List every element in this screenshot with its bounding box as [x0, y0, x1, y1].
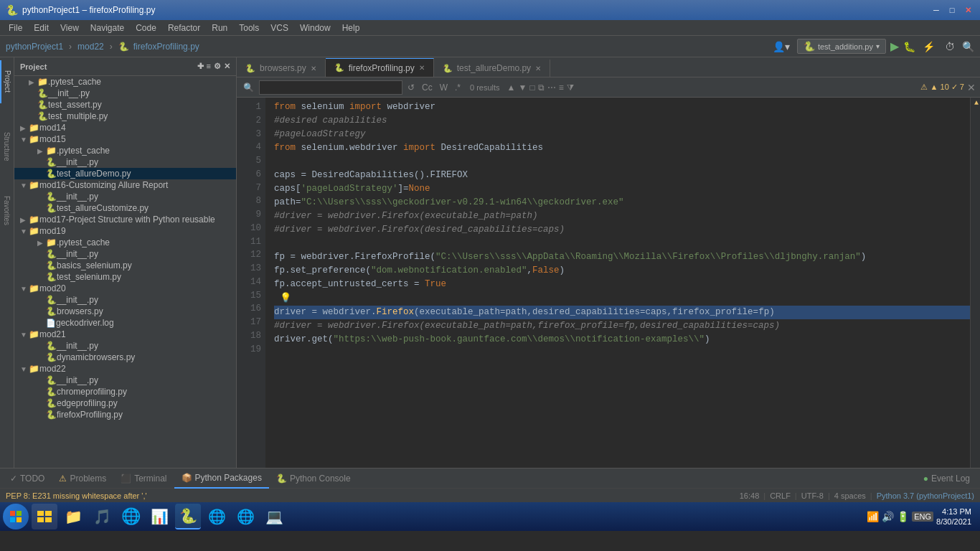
- tree-item-mod15[interactable]: ▼ 📁 mod15: [14, 133, 236, 145]
- tree-item-firefoxprofiling[interactable]: 🐍 firefoxProfiling.py: [14, 409, 236, 420]
- taskbar-explorer[interactable]: [32, 504, 57, 529]
- tray-language[interactable]: ENG: [912, 512, 933, 522]
- search-replace-button[interactable]: ↺: [405, 83, 417, 93]
- menu-help[interactable]: Help: [336, 22, 366, 34]
- debug-button[interactable]: 🐛: [903, 41, 915, 52]
- tree-item-init7[interactable]: 🐍 __init__.py: [14, 375, 236, 386]
- taskbar-chrome[interactable]: 🌐: [118, 504, 143, 529]
- favorites-panel-icon[interactable]: Favorites: [0, 189, 14, 232]
- search-list-button[interactable]: ≡: [559, 83, 564, 93]
- menu-code[interactable]: Code: [130, 22, 162, 34]
- tree-item-init2[interactable]: 🐍 __init__.py: [14, 156, 236, 168]
- tray-battery[interactable]: 🔋: [897, 511, 909, 522]
- tree-item-chromeprofiling[interactable]: 🐍 chromeprofiling.py: [14, 386, 236, 397]
- menu-refactor[interactable]: Refactor: [162, 22, 206, 34]
- tree-settings-icon[interactable]: ⚙: [214, 62, 221, 71]
- tree-item-mod19[interactable]: ▼ 📁 mod19: [14, 225, 236, 237]
- tree-item-mod22[interactable]: ▼ 📁 mod22: [14, 363, 236, 375]
- tree-item-test-assert[interactable]: 🐍 test_assert.py: [14, 99, 236, 110]
- line-ending[interactable]: CRLF: [770, 491, 791, 500]
- tab-browsers-close[interactable]: ✕: [311, 65, 316, 72]
- event-log-tab[interactable]: ● Event Log: [916, 468, 977, 489]
- menu-edit[interactable]: Edit: [28, 22, 55, 34]
- tree-item-init1[interactable]: 🐍 __init__.py: [14, 88, 236, 99]
- tree-item-edgeprofiling[interactable]: 🐍 edgeprofiling.py: [14, 397, 236, 409]
- search-context-button[interactable]: □: [529, 83, 534, 93]
- tab-firefoxprofiling-close[interactable]: ✕: [419, 64, 425, 72]
- maximize-button[interactable]: □: [946, 4, 958, 17]
- taskbar-pycharm[interactable]: 🐍: [175, 504, 201, 529]
- menu-view[interactable]: View: [55, 22, 85, 34]
- global-search-button[interactable]: 🔍: [962, 41, 974, 52]
- tree-item-init6[interactable]: 🐍 __init__.py: [14, 340, 236, 352]
- taskbar-terminal[interactable]: 💻: [261, 504, 287, 529]
- search-close-button[interactable]: ✕: [967, 82, 976, 93]
- tree-item-browsers[interactable]: 🐍 browsers.py: [14, 306, 236, 317]
- tree-item-init5[interactable]: 🐍 __init__.py: [14, 294, 236, 306]
- coverage-button[interactable]: ⚡: [920, 39, 938, 54]
- encoding[interactable]: UTF-8: [801, 491, 824, 500]
- code-content[interactable]: from selenium import webdriver #desired …: [265, 98, 970, 468]
- tree-item-mod17[interactable]: ▶ 📁 mod17-Project Structure with Python …: [14, 214, 236, 225]
- profile-button[interactable]: ⏱: [942, 39, 958, 54]
- python-console-tab[interactable]: 🐍 Python Console: [269, 468, 358, 489]
- taskbar-edge[interactable]: 🌐: [204, 504, 230, 529]
- structure-panel-icon[interactable]: Structure: [0, 125, 14, 168]
- todo-tab[interactable]: ✓ TODO: [3, 468, 52, 489]
- tree-item-pytest-cache2[interactable]: ▶ 📁 .pytest_cache: [14, 145, 236, 156]
- tree-item-basics-selenium[interactable]: 🐍 basics_selenium.py: [14, 260, 236, 271]
- taskbar-folder[interactable]: 📁: [60, 504, 86, 529]
- tree-item-mod21[interactable]: ▼ 📁 mod21: [14, 329, 236, 340]
- tree-item-init4[interactable]: 🐍 __init__.py: [14, 248, 236, 260]
- tree-item-pytest-cache3[interactable]: ▶ 📁 .pytest_cache: [14, 237, 236, 248]
- tree-item-init3[interactable]: 🐍 __init__.py: [14, 191, 236, 202]
- breadcrumb-mod22[interactable]: mod22: [77, 42, 104, 52]
- tree-item-test-allurecustomize[interactable]: 🐍 test_allureCustomize.py: [14, 202, 236, 214]
- tab-test-alluredemo-close[interactable]: ✕: [535, 65, 541, 72]
- python-version[interactable]: Python 3.7 (pythonProject1): [877, 491, 974, 500]
- project-panel-icon[interactable]: Project: [0, 60, 14, 103]
- tree-item-test-multiple[interactable]: 🐍 test_multiple.py: [14, 110, 236, 122]
- tray-network[interactable]: 📶: [867, 511, 879, 522]
- menu-tools[interactable]: Tools: [233, 22, 265, 34]
- search-toggle-button[interactable]: 🔍: [241, 83, 256, 93]
- regex-button[interactable]: .*: [453, 83, 463, 93]
- tree-item-dynamicbrowsers[interactable]: 🐍 dynamicbrowsers.py: [14, 352, 236, 363]
- taskbar-media[interactable]: 🎵: [89, 504, 115, 529]
- terminal-tab[interactable]: ⬛ Terminal: [113, 468, 174, 489]
- minimize-button[interactable]: ─: [930, 4, 943, 17]
- tray-volume[interactable]: 🔊: [882, 511, 894, 522]
- tree-collapse-icon[interactable]: ≡: [207, 62, 211, 71]
- menu-vcs[interactable]: VCS: [265, 22, 294, 34]
- tab-browsers[interactable]: 🐍 browsers.py ✕: [237, 60, 326, 77]
- tree-item-pytest-cache1[interactable]: ▶ 📁 .pytest_cache: [14, 76, 236, 88]
- tree-item-geckodriver-log[interactable]: 📄 geckodriver.log: [14, 317, 236, 329]
- menu-window[interactable]: Window: [294, 22, 336, 34]
- user-icon[interactable]: 👤▾: [770, 39, 793, 54]
- whole-word-button[interactable]: W: [438, 83, 450, 93]
- case-sensitive-button[interactable]: Cc: [420, 83, 435, 93]
- start-button[interactable]: [3, 504, 29, 529]
- tree-item-mod20[interactable]: ▼ 📁 mod20: [14, 283, 236, 294]
- code-editor[interactable]: 1 2 3 4 5 6 7 8 9 10 11 12 13 14 15 16 1…: [237, 98, 980, 468]
- search-next-button[interactable]: ▼: [518, 83, 527, 93]
- tree-item-test-alluredemo[interactable]: 🐍 test_allureDemo.py: [14, 168, 236, 179]
- menu-file[interactable]: File: [3, 22, 28, 34]
- run-config-selector[interactable]: 🐍 test_addition.py ▾: [797, 39, 886, 54]
- menu-navigate[interactable]: Navigate: [85, 22, 130, 34]
- search-expand-button[interactable]: ⧉: [538, 83, 545, 93]
- tree-item-mod14[interactable]: ▶ 📁 mod14: [14, 122, 236, 133]
- tree-item-mod16[interactable]: ▼ 📁 mod16-Customizing Allure Report: [14, 179, 236, 191]
- close-button[interactable]: ✕: [961, 4, 974, 17]
- search-prev-button[interactable]: ▲: [507, 83, 516, 93]
- taskbar-edge2[interactable]: 🌐: [232, 504, 258, 529]
- search-input[interactable]: [259, 80, 402, 95]
- tree-item-test-selenium[interactable]: 🐍 test_selenium.py: [14, 271, 236, 283]
- tree-close-icon[interactable]: ✕: [224, 62, 230, 71]
- run-button[interactable]: ▶: [890, 39, 899, 53]
- breadcrumb-project[interactable]: pythonProject1: [6, 42, 63, 52]
- problems-tab[interactable]: ⚠ Problems: [52, 468, 113, 489]
- menu-run[interactable]: Run: [206, 22, 233, 34]
- clock[interactable]: 4:13 PM 8/30/2021: [936, 507, 971, 527]
- search-more-button[interactable]: ⋯: [547, 83, 556, 93]
